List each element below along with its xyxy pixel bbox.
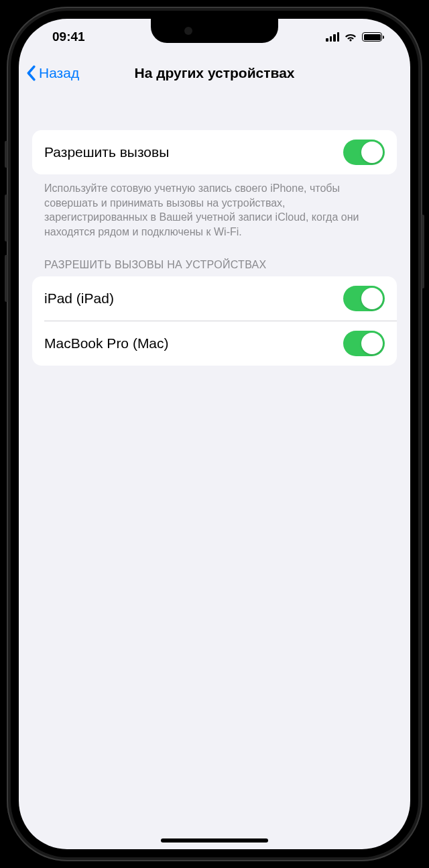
toggle-knob [361,142,383,163]
toggle-knob [361,288,383,309]
cellular-icon [326,32,339,42]
devices-group: iPad (iPad) MacBook Pro (Mac) [32,276,397,366]
volume-up-button [5,195,7,241]
allow-calls-footer: Используйте сотовую учетную запись своег… [32,174,397,239]
notch [151,19,278,43]
volume-down-button [5,255,7,302]
toggle-knob [361,333,383,354]
home-indicator[interactable] [161,838,268,843]
page-title: На других устройствах [134,65,294,81]
mute-switch [5,141,7,168]
allow-calls-label: Разрешить вызовы [44,144,169,160]
back-label: Назад [39,65,79,81]
status-time: 09:41 [43,30,85,44]
device-toggle-macbook[interactable] [343,331,385,356]
screen: 09:41 Назад На других устройств [19,19,410,849]
allow-calls-toggle[interactable] [343,140,385,165]
side-button [422,215,424,288]
device-row-ipad: iPad (iPad) [32,276,397,321]
nav-bar: Назад На других устройствах [19,55,410,91]
device-label: iPad (iPad) [44,290,114,307]
allow-calls-group: Разрешить вызовы [32,130,397,174]
battery-icon [362,32,382,42]
content: Разрешить вызовы Используйте сотовую уче… [19,91,410,366]
allow-calls-row: Разрешить вызовы [32,130,397,174]
wifi-icon [344,32,357,42]
device-row-macbook: MacBook Pro (Mac) [32,321,397,366]
chevron-left-icon [25,65,36,81]
device-label: MacBook Pro (Mac) [44,335,169,351]
devices-header: РАЗРЕШИТЬ ВЫЗОВЫ НА УСТРОЙСТВАХ [32,239,397,276]
status-icons [326,32,386,42]
phone-frame: 09:41 Назад На других устройств [7,7,422,861]
device-toggle-ipad[interactable] [343,286,385,311]
back-button[interactable]: Назад [25,65,79,81]
